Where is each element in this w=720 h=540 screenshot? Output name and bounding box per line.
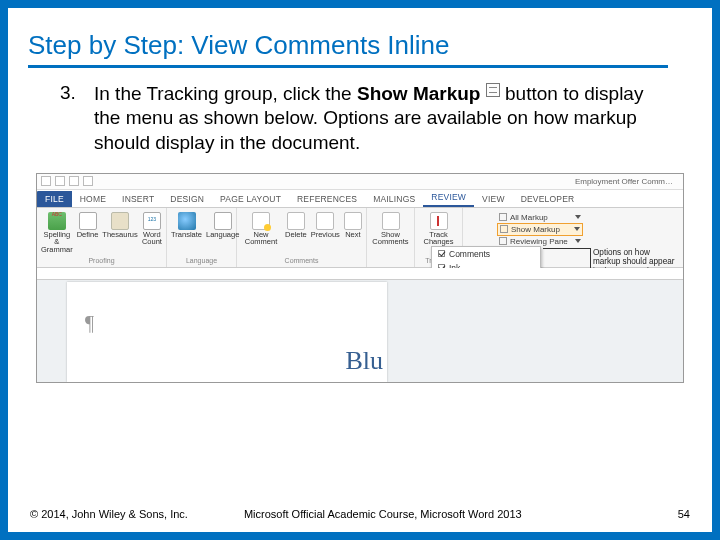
group-comments: New Comment Delete Previous Next Comment…	[237, 208, 367, 267]
group-label-language: Language	[171, 257, 232, 265]
footer-copyright: © 2014, John Wiley & Sons, Inc.	[30, 508, 188, 520]
ribbon-tabs: FILE HOME INSERT DESIGN PAGE LAYOUT REFE…	[37, 190, 683, 208]
step-text: In the Tracking group, click the Show Ma…	[94, 82, 654, 155]
word-count-button[interactable]: Word Count	[142, 212, 162, 246]
qat-save-icon[interactable]	[41, 176, 51, 186]
slide-footer: © 2014, John Wiley & Sons, Inc. Microsof…	[28, 502, 692, 522]
page-icon	[499, 213, 507, 221]
slide-title: Step by Step: View Comments Inline	[28, 30, 668, 68]
previous-icon	[316, 212, 334, 230]
tab-insert[interactable]: INSERT	[114, 191, 162, 207]
page-icon	[500, 225, 508, 233]
spellcheck-icon	[48, 212, 66, 230]
tab-review[interactable]: REVIEW	[423, 189, 474, 207]
show-comments-icon	[382, 212, 400, 230]
tab-file[interactable]: FILE	[37, 191, 72, 207]
footer-page-number: 54	[678, 508, 690, 520]
track-changes-icon	[430, 212, 448, 230]
tab-design[interactable]: DESIGN	[162, 191, 212, 207]
checkmark-icon	[438, 250, 445, 257]
translate-button[interactable]: Translate	[171, 212, 202, 239]
word-screenshot: Employment Offer Comm… FILE HOME INSERT …	[36, 173, 684, 383]
show-markup-dropdown[interactable]: Show Markup	[497, 223, 583, 236]
track-changes-button[interactable]: Track Changes	[419, 212, 458, 246]
define-icon	[79, 212, 97, 230]
previous-comment-button[interactable]: Previous	[311, 212, 340, 239]
tab-home[interactable]: HOME	[72, 191, 114, 207]
slide-frame: Step by Step: View Comments Inline 3. In…	[0, 0, 720, 540]
group-show-comments: Show Comments	[367, 208, 415, 267]
footer-course: Microsoft Official Academic Course, Micr…	[244, 508, 522, 520]
qat-customize-icon[interactable]	[83, 176, 93, 186]
delete-icon	[287, 212, 305, 230]
tab-references[interactable]: REFERENCES	[289, 191, 365, 207]
spelling-grammar-button[interactable]: Spelling & Grammar	[41, 212, 73, 254]
group-label-proofing: Proofing	[41, 257, 162, 265]
tracking-panel: All Markup Show Markup Reviewing Pane	[497, 212, 583, 247]
tab-pagelayout[interactable]: PAGE LAYOUT	[212, 191, 289, 207]
document-page: ¶ Blu	[67, 282, 387, 382]
step-number: 3.	[60, 82, 80, 155]
show-comments-button[interactable]: Show Comments	[371, 212, 410, 246]
delete-comment-button[interactable]: Delete	[285, 212, 307, 239]
document-text-preview: Blu	[345, 346, 383, 376]
show-markup-icon	[486, 83, 500, 97]
thesaurus-icon	[111, 212, 129, 230]
new-comment-button[interactable]: New Comment	[241, 212, 281, 246]
next-comment-button[interactable]: Next	[344, 212, 362, 239]
translate-icon	[178, 212, 196, 230]
display-for-review-dropdown[interactable]: All Markup	[497, 212, 583, 223]
chevron-down-icon	[575, 215, 581, 219]
step-text-pre: In the Tracking group, click the	[94, 83, 357, 104]
window-title: Employment Offer Comm…	[575, 177, 679, 186]
language-button[interactable]: Language	[206, 212, 239, 239]
tab-view[interactable]: VIEW	[474, 191, 513, 207]
document-canvas: ¶ Blu	[37, 268, 683, 382]
word-count-icon	[143, 212, 161, 230]
step-text-bold: Show Markup	[357, 83, 481, 104]
chevron-down-icon	[575, 239, 581, 243]
chevron-down-icon	[574, 227, 580, 231]
pilcrow-icon: ¶	[85, 312, 94, 335]
step-item: 3. In the Tracking group, click the Show…	[28, 82, 692, 155]
tab-mailings[interactable]: MAILINGS	[365, 191, 423, 207]
page-icon	[499, 237, 507, 245]
qat-undo-icon[interactable]	[55, 176, 65, 186]
next-icon	[344, 212, 362, 230]
new-comment-icon	[252, 212, 270, 230]
language-icon	[214, 212, 232, 230]
group-label-comments: Comments	[241, 257, 362, 265]
ruler	[37, 268, 683, 280]
define-button[interactable]: Define	[77, 212, 99, 239]
tab-developer[interactable]: DEVELOPER	[513, 191, 583, 207]
group-language: Translate Language Language	[167, 208, 237, 267]
qat-redo-icon[interactable]	[69, 176, 79, 186]
thesaurus-button[interactable]: Thesaurus	[102, 212, 137, 239]
menu-item-comments[interactable]: Comments	[432, 247, 540, 261]
quick-access-toolbar: Employment Offer Comm…	[37, 174, 683, 190]
group-proofing: Spelling & Grammar Define Thesaurus Word…	[37, 208, 167, 267]
